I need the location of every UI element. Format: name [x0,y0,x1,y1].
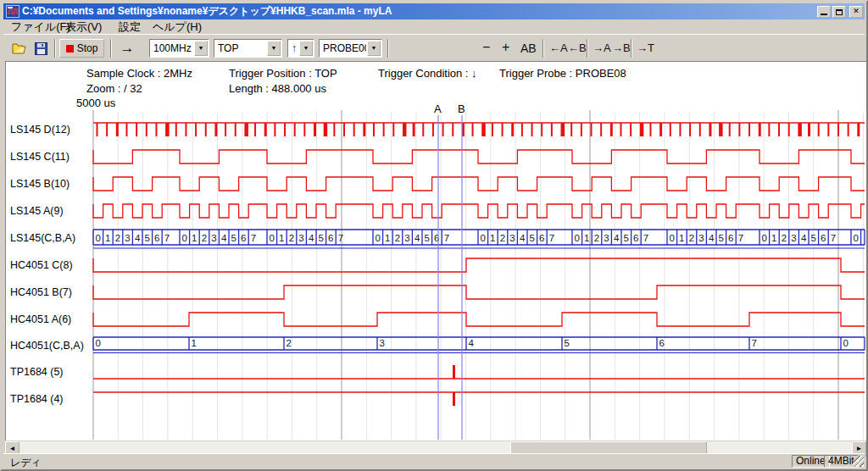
cursor-b-left-button[interactable]: ←B [568,41,587,56]
cursor-a-left-button[interactable]: ←A [549,41,568,56]
zoom-ab-button[interactable]: AB [520,41,537,56]
open-folder-icon [12,42,27,54]
time-scale-label: 5000 us [76,97,115,109]
zoom-info: Zoom : / 32 [86,82,142,95]
trigger-position-info: Trigger Position : TOP [229,67,337,80]
channel-label: HC4051 A(6) [10,313,71,325]
maximize-icon [836,9,843,15]
zoom-out-button[interactable]: − [482,38,490,57]
channel-label: HC4051(C,B,A) [10,340,84,352]
menu-settings[interactable]: 設定 [119,20,141,33]
save-file-button[interactable] [31,39,51,58]
channel-label: LS145(C,B,A) [10,232,75,244]
trigger-edge-combobox[interactable]: ↑ ▼ [287,39,314,58]
trigger-probe-value: PROBE00 [320,40,366,57]
close-button[interactable]: ✕ [849,6,863,18]
minimize-icon [821,14,827,15]
chevron-down-icon[interactable]: ▼ [194,41,208,56]
goto-trigger-button[interactable]: →T [637,41,654,56]
trigger-position-combobox[interactable]: TOP ▼ [214,39,282,58]
title-bar[interactable]: C:¥Documents and Settings¥noname¥デスクトップ¥… [3,3,865,19]
cursor-a-label: A [434,103,442,115]
floppy-disk-icon [35,42,47,55]
menu-view[interactable]: 表示(V) [65,20,102,33]
channel-label: HC4051 B(7) [10,286,72,298]
sample-clock-value: 100MHz [150,40,193,57]
window-controls: ✕ [817,6,863,18]
channel-label: LS145 D(12) [10,124,70,136]
trigger-probe-combobox[interactable]: PROBE00 ▼ [319,39,382,58]
status-message: レディ [10,456,42,470]
trigger-position-value: TOP [214,40,266,57]
trigger-condition-info: Trigger Condition : ↓ [378,67,477,80]
trigger-probe-info: Trigger Probe : PROBE08 [499,67,626,80]
toolbar-separator [387,39,389,58]
channel-label: LS145 C(11) [10,151,70,163]
maximize-button[interactable] [832,6,846,18]
toolbar-separator [54,39,56,58]
toolbar-separator [542,39,544,58]
menu-file[interactable]: ファイル(F) [11,20,70,33]
cursor-b-label: B [458,103,465,115]
app-window: C:¥Documents and Settings¥noname¥デスクトップ¥… [0,0,868,471]
chevron-down-icon[interactable]: ▼ [267,41,281,56]
toolbar-separator [110,39,112,58]
app-icon [6,5,19,18]
stop-label: Stop [77,42,98,54]
menu-bar: ファイル(F) 表示(V) 設定 ヘルプ(H) [3,19,865,34]
status-bar: レディ Online 4MBit [3,453,865,468]
minimize-button[interactable] [817,6,831,18]
length-info: Length : 488.000 us [229,82,326,95]
waveform-client-area[interactable] [5,61,866,441]
trigger-edge-value: ↑ [288,40,298,57]
channel-label: LS145 B(10) [10,178,70,190]
toolbar-separator [587,39,588,58]
sample-clock-info: Sample Clock : 2MHz [86,67,192,80]
stop-icon [66,45,74,53]
cursor-a-right-button[interactable]: →A [593,41,611,56]
chevron-down-icon[interactable]: ▼ [299,41,313,56]
chevron-down-icon[interactable]: ▼ [367,41,381,56]
stop-button[interactable]: Stop [59,39,104,58]
menu-help[interactable]: ヘルプ(H) [153,20,202,33]
resize-grip[interactable] [853,456,864,467]
open-file-button[interactable] [9,39,29,58]
window-title: C:¥Documents and Settings¥noname¥デスクトップ¥… [22,4,814,19]
zoom-in-button[interactable]: + [502,38,509,57]
run-button[interactable]: → [114,38,140,58]
sample-clock-combobox[interactable]: 100MHz ▼ [149,39,209,58]
channel-label: TP1684 (4) [10,393,64,405]
channel-label: LS145 A(9) [10,205,64,217]
cursor-b-right-button[interactable]: →B [612,41,631,56]
toolbar-separator [631,39,632,58]
channel-label: HC4051 C(8) [10,259,73,271]
toolbar: Stop → 100MHz ▼ TOP ▼ ↑ ▼ PROBE00 ▼ − + … [3,34,865,60]
channel-label: TP1684 (5) [10,366,64,378]
